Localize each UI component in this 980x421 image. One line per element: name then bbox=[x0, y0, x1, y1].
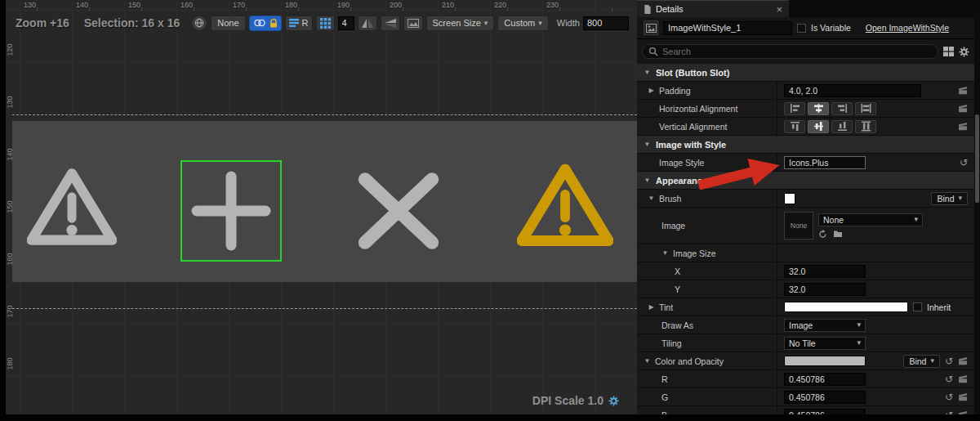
keyframe-icon[interactable] bbox=[958, 374, 968, 383]
color-and-opacity-swatch[interactable] bbox=[784, 356, 866, 366]
image-style-input[interactable] bbox=[784, 156, 866, 169]
category-slot-header[interactable]: ▼ Slot (Button Slot) bbox=[637, 64, 974, 82]
globe-icon bbox=[194, 17, 204, 29]
image-icon bbox=[408, 19, 419, 28]
tab-details-label: Details bbox=[656, 4, 684, 14]
reset-to-default-icon[interactable]: ↺ bbox=[945, 374, 953, 384]
tiling-dropdown[interactable]: No Tile ▾ bbox=[784, 337, 866, 350]
widget-type-iconbox bbox=[644, 20, 658, 35]
halign-right-button[interactable] bbox=[831, 102, 853, 115]
halign-fill-button[interactable] bbox=[855, 102, 876, 115]
valign-top-button[interactable] bbox=[784, 120, 805, 133]
halign-center-button[interactable] bbox=[808, 102, 829, 115]
flip-vertical-button[interactable] bbox=[381, 16, 400, 31]
grid-icon bbox=[320, 18, 331, 29]
ruler-top-label: 160 bbox=[180, 1, 193, 9]
image-style-row: Image Style ↺ bbox=[637, 154, 974, 172]
image-size-x-row: X bbox=[637, 262, 974, 280]
grid-snap-size-input[interactable] bbox=[338, 16, 354, 30]
dpi-scale-label: DPI Scale 1.0 bbox=[532, 394, 604, 407]
document-icon bbox=[644, 5, 651, 14]
color-bind-button[interactable]: Bind ▾ bbox=[903, 355, 940, 368]
details-scrollbar-thumb[interactable] bbox=[975, 114, 979, 203]
valign-button-group bbox=[784, 120, 876, 133]
localization-preview-button[interactable] bbox=[191, 16, 207, 31]
warning-image-widget[interactable] bbox=[27, 162, 117, 253]
close-icon[interactable]: × bbox=[776, 4, 782, 15]
valign-center-button[interactable] bbox=[808, 120, 829, 133]
keyframe-icon[interactable] bbox=[958, 86, 968, 95]
grid-snap-button[interactable] bbox=[316, 16, 335, 31]
chevron-down-icon: ▾ bbox=[857, 321, 861, 329]
padding-label: Padding bbox=[659, 86, 691, 96]
browse-to-asset-icon[interactable] bbox=[833, 230, 843, 238]
tab-details[interactable]: Details × bbox=[637, 0, 789, 17]
reset-to-default-icon[interactable]: ↺ bbox=[945, 392, 953, 402]
is-variable-checkbox[interactable] bbox=[797, 24, 806, 33]
custom-dropdown[interactable]: Custom ▾ bbox=[497, 16, 548, 31]
flags-none-button[interactable]: None bbox=[211, 16, 245, 31]
cross-image-widget[interactable] bbox=[350, 172, 447, 250]
asset-thumbnail[interactable]: None bbox=[784, 212, 813, 240]
flip-horizontal-button[interactable] bbox=[358, 16, 377, 31]
image-size-y-input[interactable] bbox=[784, 283, 866, 296]
warning-yellow-image-widget[interactable] bbox=[517, 160, 613, 252]
search-input[interactable] bbox=[662, 47, 932, 56]
tint-color-bar[interactable] bbox=[784, 302, 908, 312]
category-appearance-header[interactable]: ▼ Appearance bbox=[637, 172, 974, 190]
expander-open-icon[interactable]: ▼ bbox=[662, 249, 669, 257]
category-image-with-style-header[interactable]: ▼ Image with Style bbox=[637, 136, 974, 154]
use-selected-asset-icon[interactable] bbox=[818, 230, 827, 239]
designer-viewport[interactable]: 130 140 150 160 170 180 190 200 210 220 … bbox=[6, 0, 637, 415]
brush-color-swatch[interactable] bbox=[784, 193, 795, 204]
search-box[interactable] bbox=[642, 44, 938, 59]
widget-name-input[interactable] bbox=[663, 21, 792, 35]
reset-to-default-icon[interactable]: ↺ bbox=[960, 158, 968, 168]
width-input[interactable] bbox=[583, 16, 629, 30]
bind-label: Bind bbox=[909, 356, 926, 366]
halign-left-button[interactable] bbox=[784, 102, 805, 115]
expander-open-icon[interactable]: ▼ bbox=[648, 195, 655, 202]
color-r-input[interactable] bbox=[784, 373, 866, 386]
horizontal-alignment-row: Horizontal Alignment bbox=[637, 100, 974, 118]
plus-image-widget-selected[interactable] bbox=[190, 170, 272, 252]
ruler-top-label: 190 bbox=[337, 1, 350, 9]
tint-label: Tint bbox=[659, 302, 673, 312]
expander-closed-icon[interactable]: ▶ bbox=[648, 87, 655, 94]
tint-row: ▶ Tint Inherit bbox=[637, 298, 974, 316]
align-top-icon bbox=[791, 121, 800, 132]
keyframe-icon[interactable] bbox=[958, 356, 968, 365]
image-size-x-input[interactable] bbox=[784, 265, 866, 278]
image-size-y-row: Y bbox=[637, 280, 974, 298]
brush-bind-button[interactable]: Bind ▾ bbox=[931, 192, 968, 205]
color-g-input[interactable] bbox=[784, 391, 866, 404]
display-options-icon[interactable] bbox=[943, 47, 954, 56]
ruler-top-label: 220 bbox=[494, 1, 506, 9]
padding-input[interactable] bbox=[784, 84, 921, 97]
tiling-label: Tiling bbox=[662, 338, 682, 348]
expander-open-icon[interactable]: ▼ bbox=[644, 357, 651, 365]
valign-fill-button[interactable] bbox=[855, 120, 876, 133]
keyframe-icon[interactable] bbox=[958, 122, 968, 131]
padding-row: ▶ Padding bbox=[637, 82, 974, 100]
keyframe-icon[interactable] bbox=[958, 392, 968, 401]
rulers-toggle-button[interactable]: R bbox=[285, 16, 313, 31]
expander-open-icon[interactable]: ▼ bbox=[644, 177, 651, 184]
keyframe-icon[interactable] bbox=[958, 104, 968, 113]
open-imagewithstyle-link[interactable]: Open ImageWithStyle bbox=[866, 23, 949, 33]
draw-as-dropdown[interactable]: Image ▾ bbox=[784, 319, 866, 332]
settings-gear-icon[interactable] bbox=[959, 47, 969, 57]
asset-picker-dropdown[interactable]: None ▾ bbox=[818, 213, 923, 226]
gear-icon[interactable] bbox=[608, 396, 619, 406]
x-label: X bbox=[675, 266, 680, 276]
expander-open-icon[interactable]: ▼ bbox=[644, 141, 651, 148]
details-scrollbar-track[interactable] bbox=[974, 0, 980, 415]
reset-to-default-icon[interactable]: ↺ bbox=[945, 356, 953, 366]
inherit-checkbox[interactable] bbox=[913, 302, 922, 311]
preview-image-button[interactable] bbox=[403, 16, 423, 31]
expander-open-icon[interactable]: ▼ bbox=[644, 69, 651, 76]
screen-size-dropdown[interactable]: Screen Size ▾ bbox=[426, 16, 495, 31]
valign-bottom-button[interactable] bbox=[831, 120, 853, 133]
expander-closed-icon[interactable]: ▶ bbox=[648, 303, 655, 311]
respect-locks-button[interactable] bbox=[249, 16, 282, 31]
